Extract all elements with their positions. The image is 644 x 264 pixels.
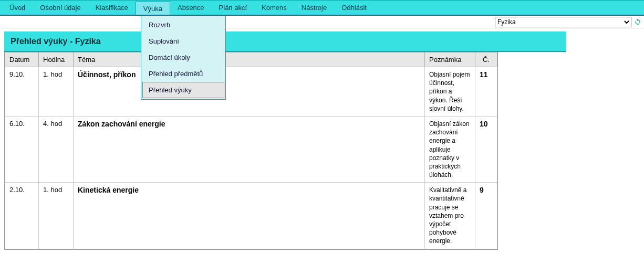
table-row: 2.10. 1. hod Kinetická energie Kvalitati… [5, 183, 497, 249]
cell-num: 10 [475, 116, 497, 182]
refresh-icon[interactable] [633, 18, 642, 26]
main-menubar: Úvod Osobní údaje Klasifikace Výuka Abse… [0, 0, 644, 16]
dropdown-prehled-predmetu[interactable]: Přehled předmětů [141, 66, 225, 82]
cell-num: 11 [475, 67, 497, 117]
cell-hour: 1. hod [39, 67, 74, 117]
menu-uvod[interactable]: Úvod [2, 1, 33, 15]
cell-hour: 1. hod [39, 183, 74, 249]
lesson-table-wrap: Datum Hodina Téma Poznámka Č. 9.10. 1. h… [4, 52, 498, 250]
th-note: Poznámka [425, 52, 475, 67]
menu-komens[interactable]: Komens [254, 1, 294, 15]
content-area: Přehled výuky - Fyzika Datum Hodina Téma… [0, 31, 570, 250]
cell-note: Objasní pojem účinnost, příkon a výkon. … [425, 67, 475, 117]
cell-topic: Účinnost, příkon [74, 67, 425, 117]
cell-topic: Zákon zachování energie [74, 116, 425, 182]
menu-vyuka[interactable]: Výuka [136, 2, 170, 15]
menu-vyuka-dropdown: Rozvrh Suplování Domácí úkoly Přehled př… [141, 16, 226, 100]
secondary-bar: Fyzika [0, 16, 644, 28]
dropdown-rozvrh[interactable]: Rozvrh [141, 17, 225, 33]
table-row: 9.10. 1. hod Účinnost, příkon Objasní po… [5, 67, 497, 117]
dropdown-prehled-vyuky[interactable]: Přehled výuky [142, 82, 224, 98]
cell-date: 9.10. [5, 67, 39, 117]
cell-note: Objasní zákon zachování energie a apliku… [425, 116, 475, 182]
menu-plan-akci[interactable]: Plán akcí [212, 1, 254, 15]
dropdown-domaci-ukoly[interactable]: Domácí úkoly [141, 49, 225, 66]
table-header-row: Datum Hodina Téma Poznámka Č. [5, 52, 497, 67]
menu-osobni-udaje[interactable]: Osobní údaje [33, 1, 88, 15]
menu-klasifikace[interactable]: Klasifikace [88, 1, 136, 15]
menu-absence[interactable]: Absence [170, 1, 212, 15]
table-row: 6.10. 4. hod Zákon zachování energie Obj… [5, 116, 497, 182]
cell-num: 9 [475, 183, 497, 249]
th-date: Datum [5, 52, 39, 67]
page-title: Přehled výuky - Fyzika [4, 31, 566, 52]
menu-odhlasit[interactable]: Odhlásit [334, 1, 374, 15]
cell-topic: Kinetická energie [74, 183, 425, 249]
cell-date: 6.10. [5, 116, 39, 182]
lesson-table: Datum Hodina Téma Poznámka Č. 9.10. 1. h… [5, 52, 497, 249]
th-num: Č. [475, 52, 497, 67]
th-topic: Téma [74, 52, 425, 67]
menu-nastroje[interactable]: Nástroje [294, 1, 334, 15]
cell-note: Kvalitativně a kvantitativně pracuje se … [425, 183, 475, 249]
cell-date: 2.10. [5, 183, 39, 249]
subject-select[interactable]: Fyzika [495, 17, 631, 27]
cell-hour: 4. hod [39, 116, 74, 182]
th-hour: Hodina [39, 52, 74, 67]
dropdown-suplovani[interactable]: Suplování [141, 33, 225, 49]
